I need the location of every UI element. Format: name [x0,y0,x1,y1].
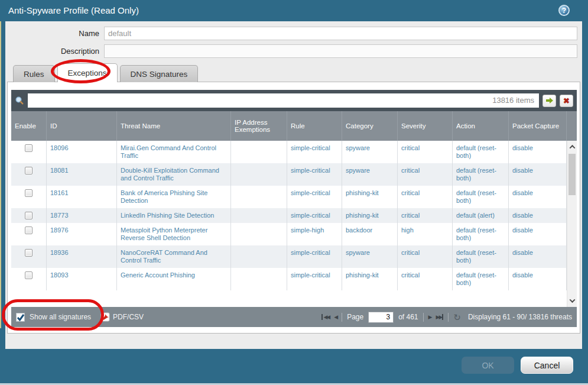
help-icon[interactable]: ? [558,5,570,16]
cell-category: backdoor [342,223,398,245]
cell-severity: critical [398,245,453,268]
checkmark-icon [17,313,24,321]
cell-packet-capture: disable [509,208,567,223]
cell-id: 18976 [47,223,117,245]
description-label: Description [11,47,99,56]
cell-rule: simple-critical [287,268,342,290]
scrollbar-thumb[interactable] [568,154,576,195]
enable-checkbox[interactable] [25,249,33,257]
tab-dns-signatures-label: DNS Signatures [131,70,188,79]
cell-threat-name: NanoCoreRAT Command And Control Traffic [117,245,231,268]
show-all-signatures-checkbox[interactable] [16,313,25,322]
cell-packet-capture: disable [509,186,567,208]
table-row[interactable]: 18773LinkedIn Phishing Site Detectionsim… [11,208,567,223]
green-arrow-icon [545,97,554,104]
pager-divider [423,313,424,322]
cell-action: default (reset-both) [453,163,509,186]
cell-action: default (reset-both) [453,245,509,268]
page-number-input[interactable] [368,312,394,323]
column-header-category[interactable]: Category [342,111,398,141]
cell-rule: simple-high [287,223,342,245]
tab-dns-signatures[interactable]: DNS Signatures [120,65,199,82]
cell-severity: critical [398,141,453,163]
cell-ip-exemptions [231,268,287,290]
cell-rule: simple-critical [287,186,342,208]
cell-ip-exemptions [231,245,287,268]
cell-packet-capture: disable [509,141,567,163]
table-row[interactable]: 18081Double-Kill Exploitation Command an… [11,163,567,186]
cell-action: default (reset-both) [453,141,509,163]
first-page-button[interactable]: ◀◀ [321,314,329,320]
cell-severity: critical [398,163,453,186]
cell-rule: simple-critical [287,163,342,186]
cell-id: 18936 [47,245,117,268]
column-header-id[interactable]: ID [47,111,117,141]
apply-filter-button[interactable] [542,95,556,107]
enable-checkbox[interactable] [25,144,33,152]
cell-threat-name: Bank of America Phishing Site Detection [117,186,231,208]
cell-category: phishing-kit [342,208,398,223]
name-field[interactable] [104,27,577,40]
cell-threat-name: LinkedIn Phishing Site Detection [117,208,231,223]
pdf-csv-button[interactable]: PDF/CSV [100,312,144,322]
refresh-icon[interactable]: ↻ [453,313,461,322]
search-toolbar: 13816 items ✖ [11,90,577,111]
pager-divider [448,313,449,322]
table-header: EnableIDThreat NameIP Address Exemptions… [11,111,577,141]
table-scrollbar[interactable] [567,141,577,307]
cell-severity: critical [398,268,453,290]
enable-checkbox[interactable] [25,189,33,197]
background-page-sliver [0,21,1,328]
pager-divider [342,313,342,322]
cell-action: default (reset-both) [453,186,509,208]
pagination: ◀◀ ◀ Page of 461 ▶ ▶▶ ↻ Displaying 61 - … [321,312,572,323]
cell-enable [11,141,47,163]
scroll-down-button[interactable] [567,296,577,306]
column-header-threat-name[interactable]: Threat Name [117,111,231,141]
last-page-button[interactable]: ▶▶ [436,314,443,320]
cell-enable [11,245,47,268]
table-row[interactable]: 18161Bank of America Phishing Site Detec… [11,186,567,208]
tab-exceptions-label: Exceptions [68,69,107,77]
cell-action: default (alert) [453,208,509,223]
table-row[interactable]: 18096Mirai.Gen Command And Control Traff… [11,141,567,163]
clear-filter-button[interactable]: ✖ [560,95,573,107]
cell-category: phishing-kit [342,186,398,208]
next-page-button[interactable]: ▶ [428,314,431,320]
prev-page-button[interactable]: ◀ [334,314,337,320]
cell-action: default (reset-both) [453,268,509,290]
cell-enable [11,223,47,245]
cell-rule: simple-critical [287,245,342,268]
dialog-body: Name Description Rules Exceptions DNS Si… [5,21,582,349]
displaying-status: Displaying 61 - 90/ 13816 threats [468,313,572,321]
cancel-button[interactable]: Cancel [521,357,573,374]
tab-rules[interactable]: Rules [13,65,55,82]
clear-x-icon: ✖ [563,97,570,105]
cell-category: spyware [342,141,398,163]
enable-checkbox[interactable] [25,271,33,279]
ok-button[interactable]: OK [462,357,514,374]
cell-id: 18081 [47,163,117,186]
cell-ip-exemptions [231,141,287,163]
column-header-ip-address-exemptions[interactable]: IP Address Exemptions [231,111,287,141]
enable-checkbox[interactable] [25,212,33,219]
column-header-severity[interactable]: Severity [398,111,453,141]
table-row[interactable]: 18936NanoCoreRAT Command And Control Tra… [11,245,567,268]
tab-exceptions[interactable]: Exceptions [57,63,118,82]
column-header-action[interactable]: Action [453,111,509,141]
cell-enable [11,208,47,223]
column-header-enable[interactable]: Enable [11,111,47,141]
description-field[interactable] [104,44,577,58]
cell-category: phishing-kit [342,268,398,290]
search-input[interactable] [28,93,539,108]
show-all-signatures-label[interactable]: Show all signatures [30,313,91,321]
cell-threat-name: Mirai.Gen Command And Control Traffic [117,141,231,163]
scroll-up-button[interactable] [567,142,577,152]
column-header-packet-capture[interactable]: Packet Capture [509,111,567,141]
table-row[interactable]: 18093Generic Account Phishingsimple-crit… [11,268,567,290]
column-header-rule[interactable]: Rule [287,111,342,141]
cell-id: 18096 [47,141,117,163]
enable-checkbox[interactable] [25,167,33,174]
enable-checkbox[interactable] [25,227,33,234]
table-row[interactable]: 18976Metasploit Python Meterpreter Rever… [11,223,567,245]
